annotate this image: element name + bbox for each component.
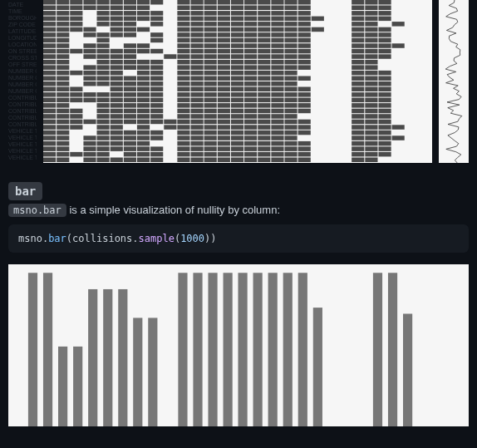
bar-figure — [8, 264, 469, 426]
svg-rect-227 — [150, 158, 163, 163]
svg-rect-506 — [298, 27, 311, 32]
svg-rect-136 — [111, 76, 123, 81]
svg-rect-215 — [150, 81, 163, 86]
matrix-label: NUMBER OF PEDESTRIANS INJURED — [8, 81, 37, 88]
svg-rect-576 — [365, 92, 377, 97]
bar — [193, 273, 202, 426]
svg-rect-286 — [191, 135, 204, 140]
svg-rect-473 — [284, 11, 297, 16]
svg-rect-476 — [284, 27, 297, 32]
svg-rect-66 — [70, 27, 82, 32]
svg-rect-117 — [97, 125, 110, 130]
svg-rect-611 — [378, 135, 391, 140]
svg-rect-521 — [298, 125, 311, 130]
svg-rect-328 — [218, 38, 230, 43]
svg-rect-432 — [258, 114, 270, 119]
svg-rect-598 — [378, 54, 391, 59]
svg-rect-618 — [392, 135, 405, 140]
svg-rect-451 — [271, 54, 283, 59]
svg-rect-160 — [124, 54, 136, 59]
svg-rect-485 — [284, 76, 297, 81]
svg-rect-296 — [204, 27, 217, 32]
svg-rect-588 — [365, 158, 377, 163]
svg-rect-62 — [70, 6, 82, 11]
svg-rect-247 — [177, 87, 189, 92]
svg-rect-205 — [150, 11, 163, 16]
svg-rect-409 — [244, 152, 257, 157]
svg-rect-109 — [97, 76, 110, 81]
svg-rect-595 — [378, 38, 391, 43]
svg-rect-346 — [218, 135, 230, 140]
svg-rect-140 — [111, 98, 123, 103]
svg-rect-533 — [352, 22, 364, 27]
svg-rect-338 — [218, 92, 230, 97]
svg-rect-65 — [70, 22, 82, 27]
svg-rect-606 — [378, 109, 391, 114]
svg-rect-169 — [124, 109, 136, 114]
svg-rect-214 — [150, 76, 163, 81]
svg-rect-96 — [97, 0, 110, 5]
matrix-label: VEHICLE TYPE CODE 1 — [8, 128, 37, 135]
svg-rect-120 — [97, 141, 110, 146]
svg-rect-60 — [57, 158, 69, 163]
svg-rect-281 — [191, 109, 204, 114]
svg-rect-198 — [137, 130, 150, 135]
svg-rect-231 — [177, 0, 189, 5]
svg-rect-76 — [70, 152, 82, 157]
svg-rect-559 — [365, 0, 377, 5]
svg-rect-181 — [137, 17, 150, 22]
svg-rect-453 — [271, 65, 283, 70]
svg-rect-536 — [352, 38, 364, 43]
svg-rect-186 — [137, 65, 150, 70]
svg-rect-494 — [284, 125, 297, 130]
svg-rect-81 — [83, 43, 96, 48]
svg-rect-337 — [218, 87, 230, 92]
svg-rect-456 — [271, 81, 283, 86]
svg-rect-415 — [258, 22, 270, 27]
svg-rect-424 — [258, 71, 270, 76]
svg-rect-514 — [298, 76, 311, 81]
svg-rect-482 — [284, 60, 297, 65]
bar — [28, 273, 37, 426]
svg-rect-159 — [124, 49, 136, 54]
svg-rect-306 — [204, 81, 217, 86]
svg-rect-134 — [111, 65, 123, 70]
svg-rect-601 — [378, 81, 391, 86]
svg-rect-219 — [150, 103, 163, 108]
svg-rect-255 — [177, 130, 189, 135]
svg-rect-38 — [57, 38, 69, 43]
svg-rect-308 — [204, 92, 217, 97]
svg-rect-373 — [231, 120, 243, 125]
svg-rect-467 — [271, 141, 283, 146]
svg-rect-44 — [57, 71, 69, 76]
svg-rect-526 — [298, 158, 311, 163]
svg-rect-402 — [244, 114, 257, 119]
svg-rect-104 — [97, 49, 110, 54]
svg-rect-333 — [218, 65, 230, 70]
svg-rect-57 — [57, 141, 69, 146]
svg-rect-364 — [231, 71, 243, 76]
svg-rect-33 — [57, 11, 69, 16]
svg-rect-393 — [244, 65, 257, 70]
svg-rect-224 — [150, 135, 163, 140]
svg-rect-461 — [271, 109, 283, 114]
code-block-bar[interactable]: msno.bar(collisions.sample(1000)) — [8, 224, 469, 253]
svg-rect-407 — [244, 141, 257, 146]
svg-rect-249 — [177, 98, 189, 103]
svg-rect-326 — [218, 27, 230, 32]
svg-rect-386 — [244, 27, 257, 32]
svg-rect-551 — [352, 120, 364, 125]
svg-rect-37 — [57, 32, 69, 37]
svg-rect-241 — [177, 54, 189, 59]
bar — [103, 289, 112, 426]
svg-rect-495 — [284, 130, 297, 135]
svg-rect-475 — [284, 22, 297, 27]
svg-rect-336 — [218, 81, 230, 86]
svg-rect-302 — [204, 60, 217, 65]
svg-rect-20 — [43, 103, 56, 108]
svg-rect-354 — [231, 17, 243, 22]
svg-rect-71 — [70, 98, 82, 103]
svg-rect-371 — [231, 109, 243, 114]
svg-rect-599 — [378, 71, 391, 76]
svg-rect-439 — [258, 152, 270, 157]
